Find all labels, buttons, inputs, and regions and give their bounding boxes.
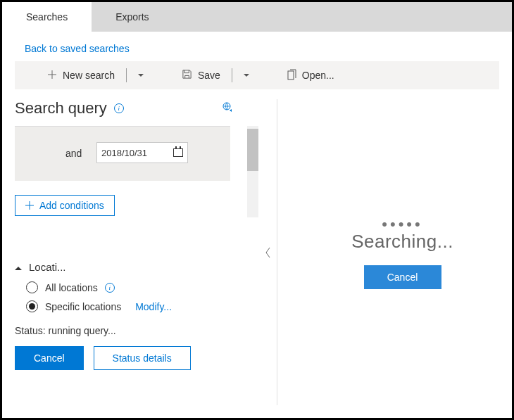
specific-locations-radio[interactable]: Specific locations Modify... [26, 300, 260, 312]
info-icon[interactable]: i [105, 283, 115, 293]
searching-label: Searching... [351, 231, 453, 253]
query-pane: Search query i and 2018/10/31 [15, 99, 260, 405]
tab-bar: Searches Exports [2, 2, 512, 32]
status-details-button[interactable]: Status details [94, 346, 191, 370]
status-value: running query... [48, 325, 115, 336]
modify-link[interactable]: Modify... [135, 301, 172, 312]
add-conditions-label: Add conditions [39, 200, 104, 211]
radio-icon [26, 281, 38, 293]
language-icon[interactable] [222, 101, 234, 116]
date-value: 2018/10/31 [101, 148, 147, 158]
scrollbar-thumb[interactable] [247, 129, 258, 171]
pane-splitter [260, 99, 277, 405]
svg-rect-0 [288, 71, 294, 79]
tab-searches[interactable]: Searches [2, 2, 92, 32]
open-label: Open... [302, 70, 334, 81]
divider [126, 68, 127, 82]
content-area: Back to saved searches New search Save O… [2, 32, 512, 418]
command-bar: New search Save Open... [15, 61, 499, 89]
chevron-left-icon[interactable] [265, 246, 272, 259]
save-label: Save [198, 70, 220, 81]
calendar-icon[interactable] [173, 148, 183, 157]
plus-icon [47, 70, 57, 82]
save-icon [182, 69, 192, 82]
new-search-button[interactable]: New search [40, 61, 122, 89]
all-locations-label: All locations [45, 282, 98, 293]
locations-section: Locati... All locations i Specific locat… [15, 261, 260, 312]
new-search-label: New search [63, 70, 115, 81]
save-dropdown[interactable] [237, 61, 256, 89]
back-to-saved-searches-link[interactable]: Back to saved searches [25, 43, 499, 54]
new-search-dropdown[interactable] [131, 61, 151, 89]
date-input[interactable]: 2018/10/31 [96, 142, 188, 163]
search-query-title-text: Search query [15, 99, 107, 117]
divider [232, 68, 232, 82]
cancel-button[interactable]: Cancel [15, 346, 84, 370]
all-locations-radio[interactable]: All locations i [26, 281, 260, 293]
query-conditions-box: and 2018/10/31 [15, 126, 230, 181]
search-query-title: Search query i [15, 99, 124, 117]
save-button[interactable]: Save [175, 61, 227, 89]
specific-locations-label: Specific locations [45, 301, 121, 312]
status-label: Status: [15, 325, 46, 336]
cancel-search-button[interactable]: Cancel [364, 265, 441, 289]
open-button[interactable]: Open... [280, 61, 341, 89]
results-pane: ••••• Searching... Cancel [277, 99, 514, 405]
locations-header-label: Locati... [29, 261, 66, 273]
chevron-up-icon [15, 263, 22, 270]
condition-join-and: and [65, 148, 82, 159]
plus-icon [25, 201, 34, 210]
open-icon [287, 69, 296, 82]
add-conditions-button[interactable]: Add conditions [15, 195, 115, 216]
status-text: Status: running query... [15, 325, 260, 336]
locations-header[interactable]: Locati... [15, 261, 260, 273]
radio-icon [26, 300, 38, 312]
tab-exports[interactable]: Exports [92, 2, 173, 32]
info-icon[interactable]: i [114, 103, 124, 113]
